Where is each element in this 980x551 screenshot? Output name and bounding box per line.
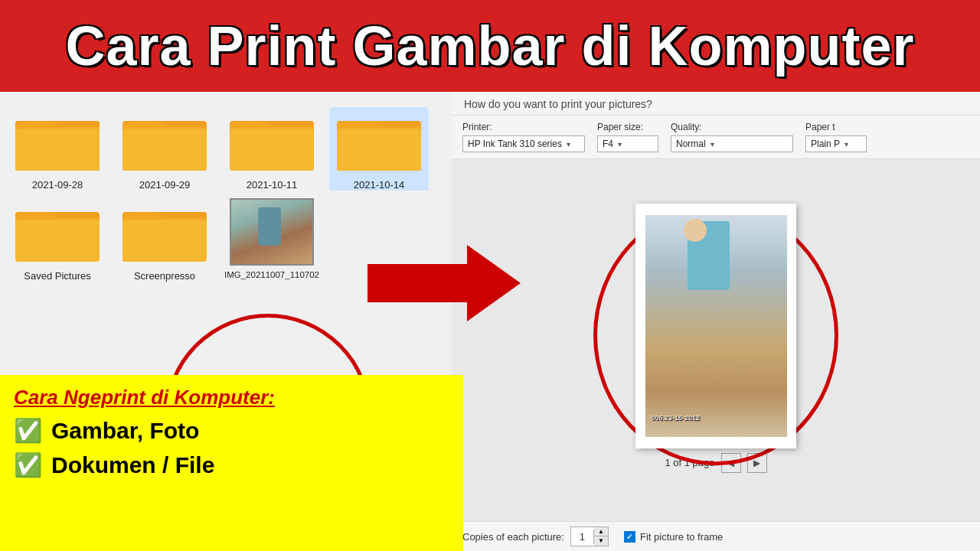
paper-type-label: Paper t	[805, 122, 867, 132]
print-options-bar: Printer: HP Ink Tank 310 series ▾ Paper …	[452, 116, 980, 159]
bottom-item-text-1: Gambar, Foto	[51, 418, 199, 444]
checkbox-check-icon: ✓	[626, 533, 632, 541]
svg-rect-8	[337, 129, 421, 171]
pagination-text: 1 of 1 page	[665, 457, 714, 468]
dialog-footer: Copies of each picture: 1 ▲ ▼ ✓ Fit pict…	[452, 521, 980, 551]
quality-value: Normal	[676, 139, 706, 149]
printer-option-group: Printer: HP Ink Tank 310 series ▾	[462, 122, 585, 152]
paper-type-select[interactable]: Plain P ▾	[805, 135, 867, 152]
photo-thumbnail	[230, 198, 314, 266]
folder-icon	[337, 107, 421, 174]
photo-label: IMG_20211007_110702	[224, 270, 319, 279]
printer-value: HP Ink Tank 310 series	[468, 139, 562, 149]
folder-icon	[122, 107, 207, 174]
copies-value: 1	[571, 530, 594, 544]
next-page-button[interactable]: ▶	[747, 453, 767, 473]
bottom-panel: Cara Ngeprint di Komputer: ✅ Gambar, Fot…	[0, 375, 463, 551]
folder-icon	[230, 107, 314, 174]
svg-rect-4	[122, 129, 207, 171]
spinner-down-button[interactable]: ▼	[594, 536, 608, 546]
preview-area: 006.23-10-2012 1 of 1 page ◀ ▶	[452, 159, 980, 521]
fit-picture-label: Fit picture to frame	[640, 531, 723, 543]
quality-select[interactable]: Normal ▾	[671, 135, 793, 152]
prev-page-button[interactable]: ◀	[721, 453, 741, 473]
copies-label: Copies of each picture:	[462, 531, 564, 543]
right-panel: How do you want to print your pictures? …	[452, 92, 980, 551]
printer-chevron-icon: ▾	[567, 140, 570, 148]
check-icon-2: ✅	[14, 452, 42, 478]
svg-rect-10	[15, 220, 100, 262]
folder-label: Saved Pictures	[24, 270, 90, 282]
paper-size-chevron-icon: ▾	[618, 140, 622, 148]
photo-date-stamp: 006.23-10-2012	[652, 414, 701, 422]
folder-label: 2021-09-29	[139, 179, 191, 191]
paper-type-chevron-icon: ▾	[844, 140, 848, 148]
dialog-header-text: How do you want to print your pictures?	[464, 98, 652, 110]
check-icon-1: ✅	[14, 417, 42, 444]
folder-item[interactable]: 2021-09-29	[115, 107, 214, 191]
spinner-arrows: ▲ ▼	[594, 527, 608, 546]
svg-rect-6	[230, 129, 314, 171]
fit-picture-checkbox-group: ✓ Fit picture to frame	[624, 531, 723, 543]
quality-option-group: Quality: Normal ▾	[671, 122, 793, 152]
quality-chevron-icon: ▾	[710, 140, 714, 148]
paper-size-label: Paper size:	[597, 122, 658, 132]
top-banner: Cara Print Gambar di Komputer	[0, 0, 980, 92]
folder-label: 2021-10-14	[354, 179, 405, 191]
copies-group: Copies of each picture: 1 ▲ ▼	[462, 527, 609, 546]
fit-picture-checkbox[interactable]: ✓	[624, 531, 635, 543]
dialog-header: How do you want to print your pictures?	[452, 92, 980, 116]
pagination: 1 of 1 page ◀ ▶	[665, 448, 766, 478]
page-preview: 006.23-10-2012	[635, 204, 796, 448]
photo-item[interactable]: IMG_20211007_110702	[222, 198, 322, 282]
spinner-up-button[interactable]: ▲	[594, 527, 608, 536]
folder-label: 2021-10-11	[247, 179, 298, 191]
printer-label: Printer:	[462, 122, 585, 132]
bottom-item-1: ✅ Gambar, Foto	[14, 417, 449, 444]
photo-thumb-inner	[231, 200, 312, 264]
bottom-item-text-2: Dokumen / File	[51, 452, 214, 478]
folder-icon	[15, 198, 100, 266]
paper-size-option-group: Paper size: F4 ▾	[597, 122, 658, 152]
printer-select[interactable]: HP Ink Tank 310 series ▾	[462, 135, 585, 152]
folder-item-saved[interactable]: Saved Pictures	[8, 198, 107, 282]
preview-photo-inner	[645, 215, 787, 437]
folder-label: Screenpresso	[134, 270, 195, 282]
svg-rect-2	[15, 129, 100, 171]
paper-size-value: F4	[603, 139, 613, 149]
bottom-title: Cara Ngeprint di Komputer:	[14, 386, 449, 409]
folder-item-screenpresso[interactable]: Screenpresso	[115, 198, 214, 282]
paper-size-select[interactable]: F4 ▾	[597, 135, 658, 152]
folder-item[interactable]: 2021-09-28	[8, 107, 107, 191]
folder-item[interactable]: 2021-10-11	[222, 107, 322, 191]
folder-item-selected[interactable]: 2021-10-14	[329, 107, 429, 191]
preview-photo: 006.23-10-2012	[645, 215, 787, 437]
svg-rect-12	[122, 220, 207, 262]
folder-grid: 2021-09-28 2021-09-29 2021-10-11 2021-10…	[0, 92, 452, 289]
bottom-item-2: ✅ Dokumen / File	[14, 452, 449, 478]
folder-icon	[15, 107, 100, 174]
folder-icon	[122, 198, 207, 266]
folder-label: 2021-09-28	[32, 179, 83, 191]
copies-spinner[interactable]: 1 ▲ ▼	[570, 527, 609, 546]
paper-type-option-group: Paper t Plain P ▾	[805, 122, 867, 152]
banner-title: Cara Print Gambar di Komputer	[65, 15, 914, 77]
quality-label: Quality:	[671, 122, 793, 132]
paper-type-value: Plain P	[811, 139, 840, 149]
